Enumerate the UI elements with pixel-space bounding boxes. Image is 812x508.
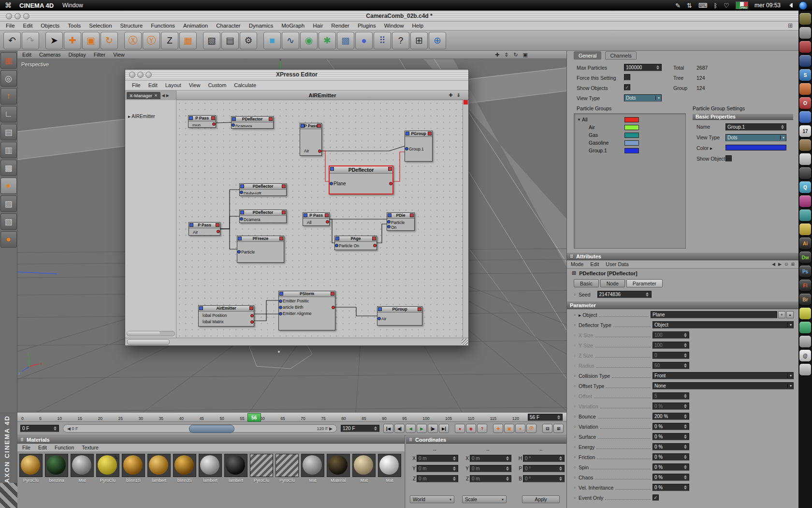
pick-object-icon[interactable]: ⌖: [778, 311, 785, 318]
input-port[interactable]: [330, 182, 333, 185]
xpresso-editor-icon[interactable]: ⊞: [410, 32, 428, 49]
key-parameter-button[interactable]: Ⓟ: [526, 424, 536, 433]
record-options-button[interactable]: ?: [477, 424, 487, 433]
output-port[interactable]: [212, 122, 216, 126]
show-objects-checkbox[interactable]: ✓: [624, 84, 630, 90]
prev-frame-button[interactable]: ◀: [406, 424, 416, 433]
app-name[interactable]: CINEMA 4D: [19, 2, 54, 9]
xpresso-node-p-pass-0[interactable]: P Passroup.: [188, 115, 216, 128]
attributes-menu-mode[interactable]: Mode: [571, 261, 583, 267]
coord-h-field-2[interactable]: 0 °: [523, 455, 565, 462]
menu-selection[interactable]: Selection: [89, 23, 112, 29]
dock-app-12[interactable]: [799, 167, 811, 179]
next-frame-button[interactable]: |▶: [428, 424, 438, 433]
dock-app-13[interactable]: Q: [799, 181, 811, 193]
materials-menu-edit[interactable]: Edit: [38, 445, 47, 450]
param-y-size-field[interactable]: 100: [652, 342, 689, 349]
input-port[interactable]: [405, 147, 408, 150]
help-icon[interactable]: ?: [392, 32, 409, 49]
add-array-icon[interactable]: ▩: [337, 32, 354, 49]
coord-x-field-0[interactable]: 0 m: [417, 455, 458, 462]
add-metaball-icon[interactable]: ●: [355, 32, 373, 49]
group-name-field[interactable]: Group.1: [725, 123, 786, 131]
input-port[interactable]: [240, 191, 243, 194]
coordinate-system-icon[interactable]: ▦: [179, 32, 197, 49]
output-port[interactable]: [217, 230, 220, 233]
subtab-general[interactable]: General: [574, 51, 601, 60]
input-port[interactable]: [237, 250, 241, 254]
param-z-size-field[interactable]: 0: [652, 352, 689, 359]
coord-z-field-0[interactable]: 0 m: [417, 475, 458, 482]
material-item-4[interactable]: blinn1S: [122, 454, 145, 483]
anim-dot-icon[interactable]: ○: [574, 445, 579, 448]
material-item-11[interactable]: Mat: [301, 454, 324, 483]
layout-mode-button[interactable]: ⊞: [553, 424, 564, 433]
material-item-12[interactable]: Material: [327, 454, 350, 483]
dock-app-2[interactable]: [799, 27, 811, 39]
current-frame-field[interactable]: 56 F: [528, 414, 563, 421]
goto-end-button[interactable]: ▶|: [439, 424, 449, 433]
xpresso-node-pdie-10[interactable]: PDieParticleOn: [387, 212, 415, 231]
pan-view-icon[interactable]: ✚: [495, 52, 499, 58]
sync-menu-extra-icon[interactable]: ⇅: [687, 2, 692, 9]
layout-icon[interactable]: ⊞: [788, 22, 793, 29]
render-view-icon[interactable]: ▧: [203, 32, 220, 49]
viewport-menu-cameras[interactable]: Cameras: [39, 52, 61, 58]
xpresso-node-pstorm-13[interactable]: PStormEmitter Positicarticle BirthEmitte…: [278, 291, 335, 330]
dock-app-26[interactable]: [799, 364, 811, 375]
anim-dot-icon[interactable]: ○: [574, 455, 579, 459]
attributes-header[interactable]: ⠿ Attributes: [567, 252, 798, 260]
prev-key-button[interactable]: ◀|: [394, 424, 405, 433]
particle-group-air[interactable]: Air: [574, 123, 685, 131]
output-port[interactable]: [326, 220, 329, 224]
coord-y-field-0[interactable]: 0 m: [417, 465, 458, 472]
add-modifier-icon[interactable]: ✱: [319, 32, 336, 49]
param-offset-field[interactable]: 5: [652, 392, 689, 400]
materials-menu-texture[interactable]: Texture: [82, 445, 98, 450]
particle-group-all[interactable]: ▼All: [574, 116, 685, 123]
scale-icon[interactable]: ▣: [82, 32, 100, 49]
input-port[interactable]: [279, 312, 282, 315]
dock-app-21[interactable]: Br: [799, 294, 811, 305]
particle-groups-list[interactable]: ▼AllAirGasGasolineGroup.1: [574, 113, 686, 249]
frame-range-slider[interactable]: ◀ 0 F 120 F ▶: [63, 424, 337, 433]
add-primitive-icon[interactable]: ■: [263, 32, 281, 49]
prev-object-icon[interactable]: ◀: [772, 262, 775, 267]
materials-menu-file[interactable]: File: [22, 445, 30, 450]
assign-object-icon[interactable]: ▴: [786, 311, 794, 318]
group-show-object-checkbox[interactable]: [725, 155, 732, 162]
output-port[interactable]: [332, 306, 335, 309]
particle-group-color-swatch[interactable]: [624, 148, 639, 153]
coordinates-header[interactable]: ⠿ Coordinates: [406, 435, 566, 444]
xpresso-node-pdeflector-4[interactable]: PDeflectorPlane: [329, 165, 393, 194]
menu-structure[interactable]: Structure: [120, 23, 143, 29]
menu-mograph[interactable]: MoGraph: [281, 23, 304, 29]
lock-z-icon[interactable]: Z: [161, 32, 178, 49]
volume-menu-extra-icon[interactable]: [787, 3, 793, 8]
max-particles-field[interactable]: 100000: [624, 64, 662, 71]
collapse-icon[interactable]: ▼: [576, 118, 582, 122]
move-editor-icon[interactable]: ✚: [449, 92, 452, 98]
anim-dot-icon[interactable]: ○: [574, 435, 579, 438]
coordinate-mode-dropdown[interactable]: Scale▾: [462, 495, 507, 503]
anim-dot-icon[interactable]: ○: [574, 333, 579, 337]
xpresso-titlebar[interactable]: XPresso Editor: [125, 70, 468, 80]
autokey-button[interactable]: ◉: [466, 424, 476, 433]
lock-y-icon[interactable]: Ⓨ: [143, 32, 160, 49]
dock-app-20[interactable]: Fl: [799, 280, 811, 291]
xpresso-tree-panel[interactable]: ▸ AIREmitter: [125, 100, 176, 338]
anim-dot-icon[interactable]: ○: [574, 476, 579, 479]
live-selection-icon[interactable]: ➤: [45, 32, 63, 49]
param-friction-field[interactable]: 0 %: [652, 453, 689, 461]
xpresso-menu-edit[interactable]: Edit: [148, 82, 158, 88]
user-menu-extra-icon[interactable]: [799, 1, 807, 10]
make-editable-icon[interactable]: ↑: [0, 88, 17, 105]
dock-app-24[interactable]: [799, 336, 811, 347]
xpresso-node-airemitter-12[interactable]: AirEmitterlobal Positionlobal Matrix: [198, 305, 254, 327]
anim-dot-icon[interactable]: ○: [574, 465, 579, 469]
param-event-only-checkbox[interactable]: ✓: [652, 494, 659, 501]
xpresso-menu-file[interactable]: File: [132, 82, 141, 88]
output-port[interactable]: [318, 149, 321, 153]
seed-field[interactable]: 21474836: [597, 291, 652, 298]
input-port[interactable]: [377, 317, 381, 320]
